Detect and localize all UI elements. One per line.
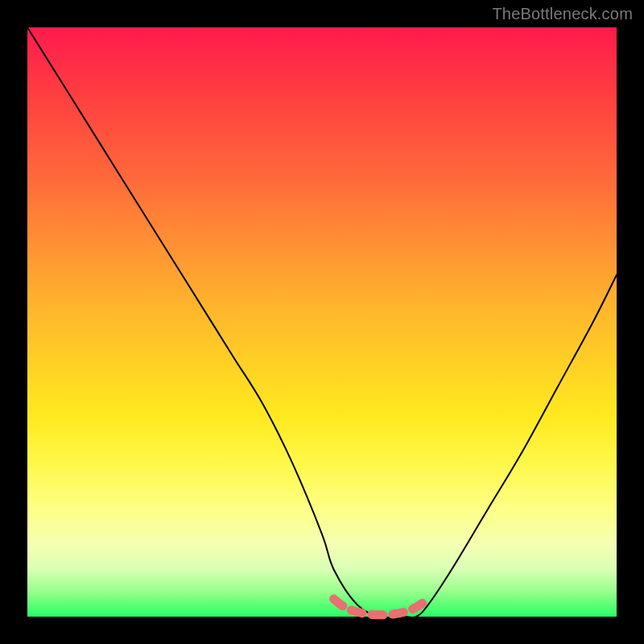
chart-svg [27, 27, 617, 617]
bottleneck-curve-path [27, 27, 617, 617]
watermark-text: TheBottleneck.com [492, 5, 633, 23]
chart-frame: TheBottleneck.com [0, 0, 644, 644]
highlight-band-path [334, 599, 428, 615]
chart-plot-area [27, 27, 617, 617]
